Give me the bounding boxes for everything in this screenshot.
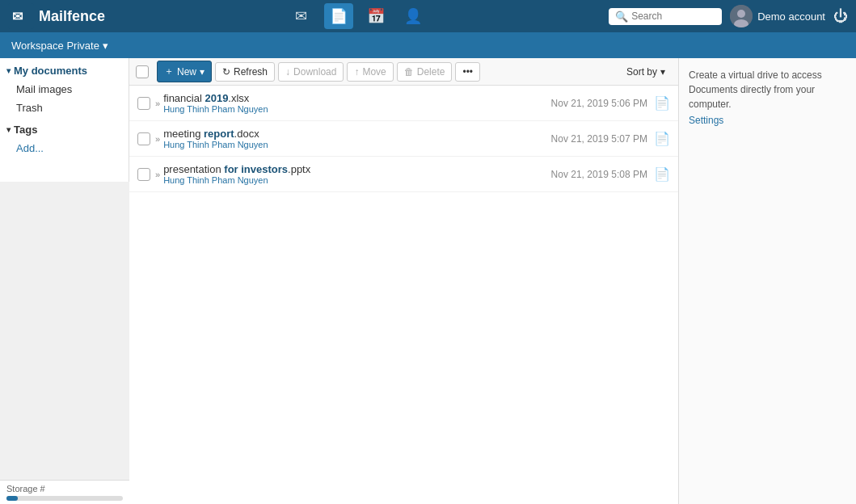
storage-label: Storage xyxy=(6,484,38,494)
table-row[interactable]: » presentation for investors.pptx Hung T… xyxy=(129,157,678,192)
file-checkbox-3[interactable] xyxy=(137,168,150,181)
contacts-nav-btn[interactable]: 👤 xyxy=(398,3,428,29)
main-content: ＋ New ▾ ↻ Refresh ↓ Download ↑ Move 🗑 De… xyxy=(129,58,678,504)
logo-text: Mailfence xyxy=(39,8,105,25)
sidebar-wrapper: ▾ My documents Mail images Trash ▾ Tags … xyxy=(0,58,129,504)
file-name-cell-1: financial 2019.xlsx Hung Thinh Pham Nguy… xyxy=(163,92,550,114)
download-button[interactable]: ↓ Download xyxy=(278,62,344,82)
settings-link[interactable]: Settings xyxy=(689,115,723,126)
search-input[interactable] xyxy=(631,10,720,22)
user-info[interactable]: Demo account xyxy=(730,5,825,27)
my-documents-label: My documents xyxy=(14,65,87,77)
avatar xyxy=(730,5,753,27)
workspace-bar: Workspace Private ▾ xyxy=(0,32,856,58)
new-dropdown-arrow: ▾ xyxy=(200,66,205,78)
file-owner-3: Hung Thinh Pham Nguyen xyxy=(163,175,550,185)
file-owner-2: Hung Thinh Pham Nguyen xyxy=(163,140,550,149)
my-documents-section[interactable]: ▾ My documents xyxy=(0,58,129,80)
table-row[interactable]: » financial 2019.xlsx Hung Thinh Pham Ng… xyxy=(129,86,678,121)
file-checkbox-2[interactable] xyxy=(137,132,150,145)
delete-button[interactable]: 🗑 Delete xyxy=(397,62,453,82)
tags-arrow: ▾ xyxy=(6,125,11,134)
file-date-1: Nov 21, 2019 5:06 PM xyxy=(551,98,647,109)
main-layout: ▾ My documents Mail images Trash ▾ Tags … xyxy=(0,58,856,504)
sidebar-item-trash[interactable]: Trash xyxy=(0,99,129,117)
search-icon: 🔍 xyxy=(615,10,628,23)
file-name-cell-2: meeting report.docx Hung Thinh Pham Nguy… xyxy=(163,128,550,149)
file-name-1: financial 2019.xlsx xyxy=(163,92,550,104)
sortby-button[interactable]: Sort by ▾ xyxy=(620,63,672,81)
username: Demo account xyxy=(757,10,825,23)
file-owner-1: Hung Thinh Pham Nguyen xyxy=(163,104,550,114)
file-icon-1: 📄 xyxy=(654,95,670,111)
documents-nav-btn[interactable]: 📄 xyxy=(324,3,353,29)
file-list: » financial 2019.xlsx Hung Thinh Pham Ng… xyxy=(129,86,678,504)
refresh-button[interactable]: ↻ Refresh xyxy=(215,62,275,82)
storage-hash: # xyxy=(40,484,45,494)
my-documents-arrow: ▾ xyxy=(6,66,11,75)
right-panel-text: Create a virtual drive to access Documen… xyxy=(689,68,846,111)
toolbar: ＋ New ▾ ↻ Refresh ↓ Download ↑ Move 🗑 De… xyxy=(129,58,678,86)
sidebar: ▾ My documents Mail images Trash ▾ Tags … xyxy=(0,58,129,182)
new-icon: ＋ xyxy=(164,65,174,78)
tags-label: Tags xyxy=(14,124,37,136)
nav-icons: ✉ 📄 📅 👤 xyxy=(287,3,428,29)
file-name-2: meeting report.docx xyxy=(163,128,550,140)
right-panel: Create a virtual drive to access Documen… xyxy=(678,58,856,504)
storage-bar-bg xyxy=(6,496,123,501)
file-expand-arrow-2: » xyxy=(155,134,160,144)
svg-text:✉: ✉ xyxy=(12,10,23,23)
storage-bar-fill xyxy=(6,496,18,501)
download-icon: ↓ xyxy=(285,66,290,78)
sidebar-item-mail-images[interactable]: Mail images xyxy=(0,80,129,99)
delete-icon: 🗑 xyxy=(404,66,414,78)
refresh-icon: ↻ xyxy=(222,66,230,78)
search-box[interactable]: 🔍 xyxy=(609,8,722,25)
move-button[interactable]: ↑ Move xyxy=(347,62,393,82)
table-row[interactable]: » meeting report.docx Hung Thinh Pham Ng… xyxy=(129,121,678,157)
file-expand-arrow-3: » xyxy=(155,170,160,179)
workspace-label: Workspace Private xyxy=(11,40,99,52)
workspace-selector[interactable]: Workspace Private ▾ xyxy=(6,38,113,53)
avatar-image xyxy=(730,5,753,27)
file-date-2: Nov 21, 2019 5:07 PM xyxy=(551,133,647,145)
email-nav-btn[interactable]: ✉ xyxy=(287,3,316,29)
top-navigation: ✉ Mailfence ✉ 📄 📅 👤 🔍 Demo account ⏻ xyxy=(0,0,856,32)
calendar-nav-btn[interactable]: 📅 xyxy=(361,3,390,29)
file-name-3: presentation for investors.pptx xyxy=(163,163,550,175)
sortby-arrow: ▾ xyxy=(660,66,665,78)
power-button[interactable]: ⏻ xyxy=(833,8,848,25)
file-name-cell-3: presentation for investors.pptx Hung Thi… xyxy=(163,163,550,185)
tags-section[interactable]: ▾ Tags xyxy=(0,117,129,139)
file-date-3: Nov 21, 2019 5:08 PM xyxy=(551,169,647,180)
workspace-dropdown-arrow: ▾ xyxy=(103,40,108,52)
more-button[interactable]: ••• xyxy=(455,62,480,82)
select-all-checkbox[interactable] xyxy=(136,65,149,78)
storage-area: Storage # xyxy=(0,480,129,504)
file-icon-3: 📄 xyxy=(654,166,670,183)
new-button[interactable]: ＋ New ▾ xyxy=(157,61,212,82)
logo-icon: ✉ xyxy=(8,3,34,29)
file-expand-arrow-1: » xyxy=(155,99,160,108)
file-checkbox-1[interactable] xyxy=(137,97,150,110)
svg-point-3 xyxy=(737,10,745,18)
move-icon: ↑ xyxy=(354,66,359,78)
add-tag-button[interactable]: Add... xyxy=(0,139,129,158)
file-icon-2: 📄 xyxy=(654,131,670,147)
logo[interactable]: ✉ Mailfence xyxy=(8,3,105,29)
